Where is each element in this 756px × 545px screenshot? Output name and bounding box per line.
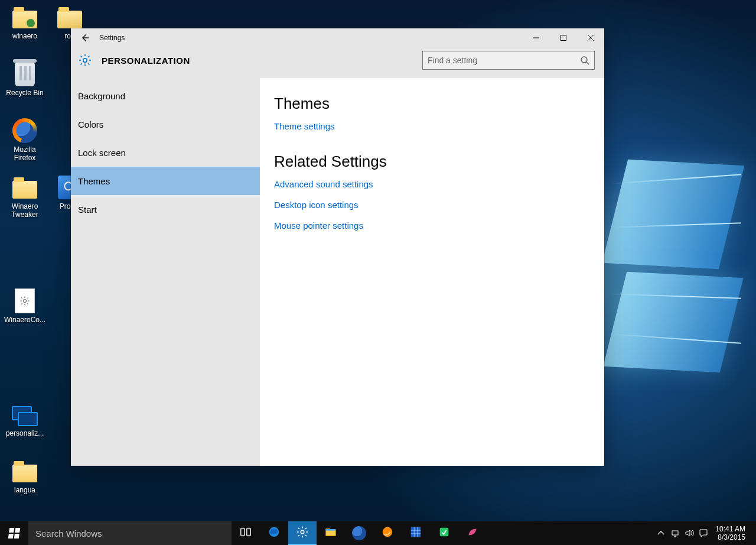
titlebar[interactable]: Settings — [71, 28, 604, 47]
desktop-icon-winaero[interactable]: winaero — [2, 2, 47, 59]
tray-network-button[interactable] — [668, 521, 682, 545]
screens-icon — [11, 401, 38, 428]
desktop-icon-label: winaero — [12, 32, 37, 40]
folder-avatar-icon — [11, 4, 38, 31]
desktop-icon-winaero-context[interactable]: WinaeroCo... — [2, 286, 47, 343]
desktop-icon-firefox[interactable]: Mozilla Firefox — [2, 116, 47, 173]
window-header: PERSONALIZATION — [71, 47, 604, 78]
folder-icon — [56, 4, 83, 31]
taskbar-button-app-orange[interactable] — [373, 521, 402, 545]
sidebar-item-themes[interactable]: Themes — [71, 167, 260, 195]
system-tray: 10:41 AM 8/3/2015 — [654, 521, 756, 545]
edge-icon — [268, 525, 281, 541]
folder-icon — [11, 458, 38, 485]
desktop-icon-label: personaliz... — [6, 429, 44, 437]
back-button[interactable] — [71, 28, 99, 47]
wallpaper-ornament — [603, 272, 743, 372]
search-icon — [580, 56, 589, 65]
section-heading-themes: Themes — [274, 95, 590, 113]
svg-point-0 — [24, 300, 27, 303]
settings-side-nav: BackgroundColorsLock screenThemesStart — [71, 78, 260, 466]
clock-date: 8/3/2015 — [718, 533, 745, 541]
desktop-icon-label: Recycle Bin — [6, 89, 43, 97]
settings-search-box[interactable] — [422, 51, 595, 70]
svg-rect-6 — [247, 529, 250, 536]
link-advanced-sound-settings[interactable]: Advanced sound settings — [274, 179, 373, 189]
tray-overflow-button[interactable] — [654, 521, 668, 545]
svg-point-3 — [83, 59, 87, 62]
page-title: PERSONALIZATION — [102, 56, 190, 66]
gearfile-icon — [11, 287, 38, 314]
sidebar-item-start[interactable]: Start — [71, 195, 260, 223]
sidebar-item-lock-screen[interactable]: Lock screen — [71, 138, 260, 167]
recyclebin-icon — [11, 60, 38, 87]
windows-logo-icon — [8, 528, 21, 538]
taskbar-search-input[interactable] — [35, 528, 224, 538]
firefox-icon — [11, 117, 38, 144]
svg-rect-2 — [561, 35, 566, 41]
explorer-icon — [324, 525, 337, 541]
close-icon — [588, 35, 594, 41]
minimize-button[interactable] — [523, 28, 550, 47]
settings-content: Themes Theme settings Related Settings A… — [260, 78, 604, 466]
taskbar-button-settings-app[interactable] — [288, 521, 317, 545]
maximize-button[interactable] — [550, 28, 577, 47]
tray-volume-button[interactable] — [682, 521, 696, 545]
taskbar: 10:41 AM 8/3/2015 — [0, 521, 756, 545]
taskbar-clock[interactable]: 10:41 AM 8/3/2015 — [711, 525, 750, 541]
firefox-icon — [352, 526, 366, 540]
desktop-icon-recycle-bin[interactable]: Recycle Bin — [2, 59, 47, 116]
taskbar-button-edge[interactable] — [260, 521, 288, 545]
svg-rect-12 — [672, 531, 678, 535]
pink-app-icon — [466, 525, 479, 541]
action-center-icon — [699, 528, 708, 538]
gear-icon — [77, 52, 93, 69]
sidebar-item-colors[interactable]: Colors — [71, 110, 260, 138]
link-desktop-icon-settings[interactable]: Desktop icon settings — [274, 200, 359, 210]
clock-time: 10:41 AM — [715, 525, 745, 533]
arrow-left-icon — [80, 33, 90, 43]
chevron-up-icon — [656, 528, 666, 538]
taskbar-button-firefox-tb[interactable] — [345, 521, 373, 545]
svg-point-4 — [581, 57, 587, 63]
taskview-icon — [239, 525, 252, 541]
desktop-icon-languages[interactable]: langua — [2, 456, 47, 513]
svg-rect-10 — [411, 527, 421, 537]
svg-rect-11 — [440, 528, 449, 537]
link-theme-settings[interactable]: Theme settings — [274, 121, 335, 131]
section-heading-related: Related Settings — [274, 153, 590, 171]
desktop-icon-label: WinaeroCo... — [4, 316, 45, 324]
desktop-icon-label: Winaero Tweaker — [4, 202, 46, 219]
tray-action-center-button[interactable] — [696, 521, 711, 545]
desktop-icon-label: Mozilla Firefox — [4, 145, 46, 162]
maximize-icon — [561, 35, 566, 41]
link-mouse-pointer-settings[interactable]: Mouse pointer settings — [274, 220, 363, 231]
taskbar-search-box[interactable] — [28, 521, 232, 545]
taskbar-button-pink-app[interactable] — [458, 521, 487, 545]
taskbar-button-file-explorer[interactable] — [317, 521, 345, 545]
gear-icon — [296, 525, 309, 541]
settings-window: Settings PERSONALIZATION BackgroundColor… — [71, 28, 604, 466]
settings-search-input[interactable] — [428, 56, 580, 65]
minimize-icon — [533, 35, 539, 41]
grid-blue-icon — [409, 525, 422, 541]
svg-point-8 — [301, 530, 304, 534]
network-icon — [670, 528, 680, 538]
start-button[interactable] — [0, 521, 28, 545]
sidebar-item-background[interactable]: Background — [71, 82, 260, 110]
taskbar-button-greenshot[interactable] — [430, 521, 458, 545]
taskbar-button-task-view[interactable] — [232, 521, 260, 545]
desktop-icon-label: langua — [14, 486, 35, 494]
volume-icon — [685, 528, 694, 538]
desktop-icon-winaero-tweaker[interactable]: Winaero Tweaker — [2, 173, 47, 229]
svg-rect-5 — [241, 529, 245, 536]
svg-point-9 — [383, 527, 393, 537]
desktop-icon-personalization[interactable]: personaliz... — [2, 400, 47, 456]
folder-icon — [11, 174, 38, 201]
window-title: Settings — [99, 34, 125, 42]
close-button[interactable] — [577, 28, 604, 47]
taskbar-button-sysinternals[interactable] — [402, 521, 430, 545]
orange-ball-icon — [381, 525, 394, 541]
green-app-icon — [438, 525, 451, 541]
